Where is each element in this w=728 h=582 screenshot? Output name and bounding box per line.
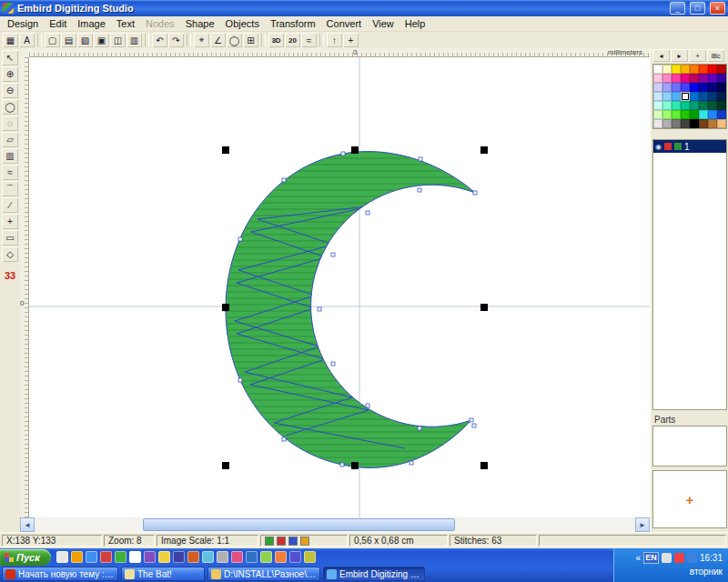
menu-edit[interactable]: Edit <box>44 17 72 30</box>
stitch-node[interactable] <box>238 378 242 382</box>
column-tool-button[interactable]: ▱ <box>2 132 18 147</box>
open-design-button[interactable]: ▤ <box>61 33 76 47</box>
palette-color-17[interactable] <box>653 83 662 92</box>
palette-color-18[interactable] <box>662 83 672 92</box>
object-list[interactable]: ◉1 <box>652 139 727 410</box>
palette-color-34[interactable] <box>662 101 672 110</box>
redo-button[interactable]: ↷ <box>168 33 184 47</box>
quicklaunch-icon-2[interactable] <box>71 551 83 563</box>
quicklaunch-icon-3[interactable] <box>86 551 97 563</box>
quicklaunch-icon-16[interactable] <box>275 551 287 563</box>
pointer-button[interactable]: ↖ <box>2 50 18 65</box>
language-indicator[interactable]: EN <box>643 552 659 564</box>
palette-color-43[interactable] <box>672 110 681 119</box>
quicklaunch-icon-8[interactable] <box>158 551 170 563</box>
view-3d-button[interactable]: 3D <box>268 33 284 47</box>
scroll-thumb[interactable] <box>143 518 455 531</box>
stitch-node[interactable] <box>410 461 413 465</box>
selection-handle[interactable] <box>480 462 488 469</box>
palette-color-49[interactable] <box>653 119 662 128</box>
palette-color-8[interactable] <box>717 65 726 74</box>
stitch-node[interactable] <box>418 188 421 192</box>
title-bar[interactable]: Embird Digitizing Studio _ □ × <box>0 0 728 16</box>
stitch-node[interactable] <box>366 211 369 215</box>
quicklaunch-icon-14[interactable] <box>246 551 258 563</box>
stitch-node[interactable] <box>470 418 473 422</box>
node-select-button[interactable]: ▦ <box>3 33 18 47</box>
palette-color-56[interactable] <box>717 119 726 128</box>
new-design-button[interactable]: ▢ <box>45 33 60 47</box>
shapes-button[interactable]: ◯ <box>227 33 242 47</box>
palette-color-16[interactable] <box>717 74 726 83</box>
palette-color-45[interactable] <box>690 110 699 119</box>
rect-tool-button[interactable]: ▭ <box>2 230 18 246</box>
menu-objects[interactable]: Objects <box>220 17 265 30</box>
stitch-node[interactable] <box>341 152 345 156</box>
selection-handle[interactable] <box>480 304 488 311</box>
taskbar-task-2[interactable]: The Bat! <box>121 567 205 581</box>
menu-shape[interactable]: Shape <box>180 17 220 30</box>
menu-design[interactable]: Design <box>2 17 44 30</box>
print-design-button[interactable]: ▥ <box>126 33 142 47</box>
status-icon-3[interactable] <box>288 537 298 546</box>
quicklaunch-icon-17[interactable] <box>289 551 301 563</box>
plus-tool-button[interactable]: + <box>2 214 18 229</box>
stitch-node[interactable] <box>238 237 242 241</box>
palette-color-35[interactable] <box>672 101 681 110</box>
palette-color-27[interactable] <box>672 92 681 101</box>
quicklaunch-icon-11[interactable] <box>202 551 214 563</box>
quicklaunch-icon-10[interactable] <box>187 551 199 563</box>
ellipse-tool-button[interactable]: ◯ <box>2 99 18 115</box>
palette-color-33[interactable] <box>653 101 662 110</box>
palette-color-9[interactable] <box>653 74 662 83</box>
tray-icon-3[interactable] <box>687 553 697 563</box>
palette-color-12[interactable] <box>681 74 690 83</box>
maximize-button[interactable]: □ <box>690 2 705 15</box>
selection-handle[interactable] <box>351 146 359 154</box>
status-icon-4[interactable] <box>300 537 309 546</box>
palette-color-53[interactable] <box>690 119 699 128</box>
add-color-button[interactable]: + <box>689 49 706 62</box>
palette-color-15[interactable] <box>708 74 717 83</box>
palette-color-14[interactable] <box>699 74 708 83</box>
palette-color-50[interactable] <box>662 119 672 128</box>
menu-text[interactable]: Text <box>111 17 140 30</box>
quicklaunch-icon-1[interactable] <box>56 551 68 563</box>
stitch-node[interactable] <box>318 307 321 311</box>
palette-color-11[interactable] <box>672 74 681 83</box>
scroll-track[interactable] <box>35 517 635 532</box>
stitch-node[interactable] <box>282 178 286 182</box>
line-tool-button[interactable]: ∕ <box>2 197 18 213</box>
palette-color-26[interactable] <box>662 92 672 101</box>
quicklaunch-icon-4[interactable] <box>100 551 112 563</box>
tray-collapse-icon[interactable]: « <box>635 553 641 563</box>
palette-color-32[interactable] <box>717 92 726 101</box>
palette-color-38[interactable] <box>699 101 708 110</box>
palette-color-52[interactable] <box>681 119 690 128</box>
diamond-tool-button[interactable]: ◇ <box>2 246 18 262</box>
tray-icon-2[interactable] <box>674 553 684 563</box>
grid-button[interactable]: ⊞ <box>243 33 258 47</box>
stitch-node[interactable] <box>331 253 335 256</box>
quicklaunch-icon-5[interactable] <box>115 551 126 563</box>
palette-color-40[interactable] <box>717 101 726 110</box>
close-button[interactable]: × <box>710 2 725 15</box>
quicklaunch-icon-18[interactable] <box>304 551 316 563</box>
stitch-node[interactable] <box>472 424 476 427</box>
palette-color-44[interactable] <box>681 110 690 119</box>
palette-color-30[interactable] <box>699 92 708 101</box>
palette-color-7[interactable] <box>708 65 717 74</box>
palette-color-39[interactable] <box>708 101 717 110</box>
zoom-out-button[interactable]: ⊖ <box>2 83 18 98</box>
palette-color-1[interactable] <box>653 65 662 74</box>
palette-color-31[interactable] <box>708 92 717 101</box>
lettering-button[interactable]: A <box>19 33 35 47</box>
palette-color-23[interactable] <box>708 83 717 92</box>
undo-button[interactable]: ↶ <box>152 33 167 47</box>
selection-handle[interactable] <box>222 304 229 311</box>
palette-color-47[interactable] <box>708 110 717 119</box>
selection-handle[interactable] <box>222 462 229 469</box>
palette-color-54[interactable] <box>699 119 708 128</box>
start-button[interactable]: Пуск <box>0 549 51 566</box>
palette-color-4[interactable] <box>681 65 690 74</box>
